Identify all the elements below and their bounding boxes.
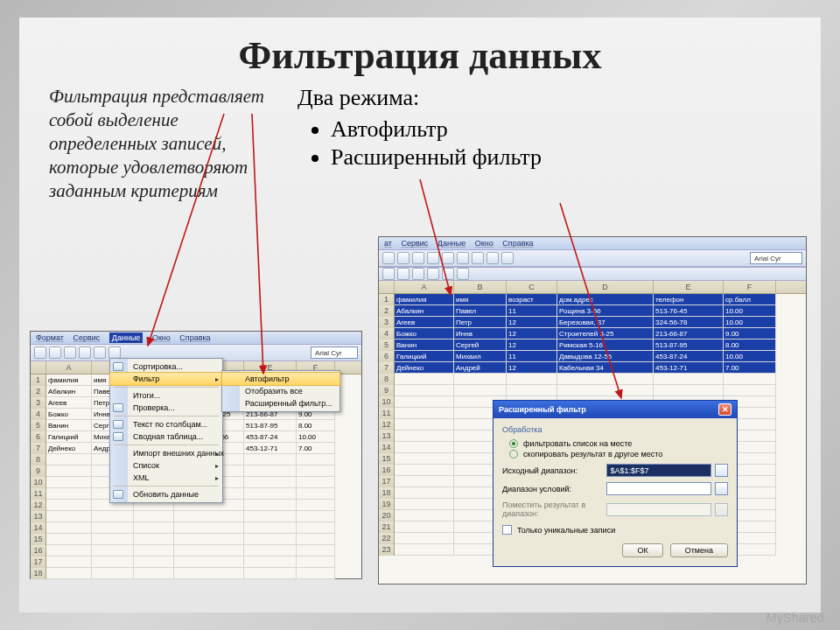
- input-source-range[interactable]: [606, 464, 711, 477]
- excel-screenshot-left: Формат Сервис Данные Окно Справка Arial …: [30, 331, 362, 579]
- radio-copy-elsewhere[interactable]: скопировать результат в другое место: [509, 450, 728, 458]
- mode-item: Автофильтр: [331, 116, 791, 143]
- excel-menubar: Формат Сервис Данные Окно Справка: [31, 332, 361, 344]
- excel-menubar: ат Сервис Данные Окно Справка: [379, 237, 806, 249]
- filter-submenu: АвтофильтрОтобразить всеРасширенный филь…: [221, 370, 340, 412]
- menu-data[interactable]: Данные: [109, 332, 144, 343]
- menu-item[interactable]: Обновить данные: [110, 488, 222, 500]
- font-selector[interactable]: Arial Cyr: [750, 252, 802, 264]
- menu-item[interactable]: Список▸: [110, 459, 222, 472]
- menu-help[interactable]: Справка: [179, 333, 210, 342]
- label-criteria-range: Диапазон условий:: [502, 485, 603, 494]
- toolbar-icon[interactable]: [427, 252, 439, 264]
- dialog-title: Расширенный фильтр: [499, 405, 586, 414]
- toolbar-icon[interactable]: [442, 252, 454, 264]
- menu-item[interactable]: Сводная таблица...: [110, 430, 222, 443]
- ok-button[interactable]: ОК: [622, 543, 662, 557]
- toolbar-icon[interactable]: [64, 346, 76, 359]
- toolbar-icon[interactable]: [427, 268, 439, 280]
- checkbox-unique[interactable]: Только уникальные записи: [502, 525, 728, 535]
- toolbar-icon[interactable]: [397, 252, 410, 264]
- watermark: MyShared: [766, 611, 824, 625]
- excel-toolbar-2: [379, 267, 806, 281]
- menu-format[interactable]: ат: [384, 239, 392, 248]
- range-picker-icon: [715, 503, 728, 516]
- menu-item[interactable]: Итоги...: [110, 389, 222, 402]
- menu-item[interactable]: XML▸: [110, 472, 222, 484]
- menu-help[interactable]: Справка: [502, 239, 533, 248]
- cancel-button[interactable]: Отмена: [670, 543, 728, 557]
- toolbar-icon[interactable]: [472, 252, 484, 264]
- menu-data[interactable]: Данные: [438, 239, 466, 248]
- radio-filter-inplace[interactable]: фильтровать список на месте: [509, 439, 728, 448]
- column-headers: A B C D E F: [379, 281, 806, 294]
- menu-tools[interactable]: Сервис: [74, 333, 101, 342]
- menu-item[interactable]: Проверка...: [110, 402, 222, 414]
- range-picker-icon[interactable]: [715, 482, 728, 495]
- label-source-range: Исходный диапазон:: [502, 466, 603, 475]
- toolbar-icon[interactable]: [442, 268, 454, 280]
- label-dest-range: Поместить результат в диапазон:: [502, 500, 603, 518]
- close-icon[interactable]: ✕: [718, 403, 732, 416]
- toolbar-icon[interactable]: [34, 346, 46, 359]
- toolbar-icon[interactable]: [457, 252, 469, 264]
- toolbar-icon[interactable]: [382, 268, 395, 280]
- slide-title: Фильтрация данных: [49, 33, 791, 78]
- toolbar-icon[interactable]: [412, 252, 424, 264]
- toolbar-icon[interactable]: [457, 268, 469, 280]
- range-picker-icon[interactable]: [715, 464, 728, 477]
- toolbar-icon[interactable]: [108, 346, 121, 359]
- toolbar-icon[interactable]: [412, 268, 424, 280]
- menu-item[interactable]: Отобразить все: [222, 385, 340, 397]
- menu-item[interactable]: Фильтр▸: [109, 372, 223, 386]
- toolbar-icon[interactable]: [79, 346, 91, 359]
- menu-tools[interactable]: Сервис: [401, 239, 428, 248]
- menu-window[interactable]: Окно: [475, 239, 494, 248]
- menu-item[interactable]: Расширенный фильтр...: [222, 397, 340, 410]
- data-menu: Сортировка...Фильтр▸Итоги...Проверка...Т…: [109, 358, 223, 503]
- advanced-filter-dialog: Расширенный фильтр ✕ Обработка фильтрова…: [493, 400, 738, 567]
- input-dest-range: [606, 503, 711, 516]
- toolbar-icon[interactable]: [49, 346, 61, 359]
- dialog-group-label: Обработка: [502, 425, 728, 434]
- menu-item[interactable]: Импорт внешних данных▸: [110, 447, 222, 459]
- menu-item[interactable]: Автофильтр: [221, 372, 340, 386]
- input-criteria-range[interactable]: [606, 482, 711, 495]
- excel-toolbar: Arial Cyr: [379, 249, 806, 267]
- excel-screenshot-right: ат Сервис Данные Окно Справка Arial Cyr …: [378, 236, 807, 584]
- toolbar-icon[interactable]: [382, 252, 395, 264]
- menu-window[interactable]: Окно: [152, 333, 171, 342]
- toolbar-icon[interactable]: [486, 252, 499, 264]
- toolbar-icon[interactable]: [94, 346, 106, 359]
- menu-item[interactable]: Сортировка...: [110, 360, 222, 373]
- mode-item: Расширенный фильтр: [331, 144, 791, 171]
- font-selector[interactable]: Arial Cyr: [311, 346, 358, 359]
- toolbar-icon[interactable]: [397, 268, 410, 280]
- menu-item[interactable]: Текст по столбцам...: [110, 418, 222, 430]
- modes-header: Два режима:: [298, 85, 791, 111]
- menu-format[interactable]: Формат: [36, 333, 64, 342]
- toolbar-icon[interactable]: [501, 252, 514, 264]
- description-text: Фильтрация представляет собой выделение …: [49, 85, 276, 202]
